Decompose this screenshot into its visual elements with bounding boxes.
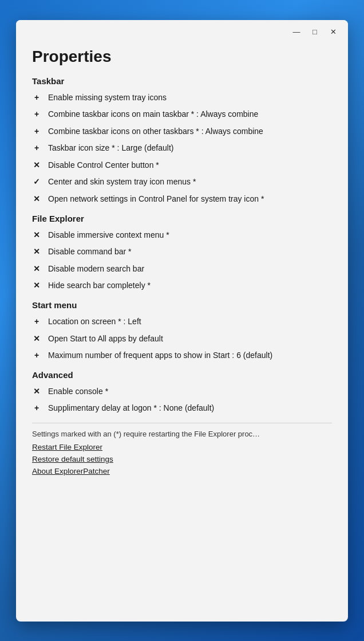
section-header-taskbar: Taskbar xyxy=(32,76,332,86)
setting-label: Enable console * xyxy=(48,386,108,398)
maximize-button[interactable]: □ xyxy=(307,26,323,38)
plus-icon: + xyxy=(32,127,41,136)
cross-icon: ✕ xyxy=(32,230,41,239)
cross-icon: ✕ xyxy=(32,387,41,396)
list-item[interactable]: ✕ Disable modern search bar xyxy=(32,261,332,278)
cross-icon: ✕ xyxy=(32,264,41,273)
plus-icon: + xyxy=(32,109,41,119)
minimize-button[interactable]: — xyxy=(288,26,304,38)
setting-label: Maximum number of frequent apps to show … xyxy=(48,350,272,361)
cross-icon: ✕ xyxy=(32,194,41,203)
cross-icon: ✕ xyxy=(32,334,41,343)
setting-label: Open Start to All apps by default xyxy=(48,333,163,345)
list-item[interactable]: ✓ Center and skin system tray icon menus… xyxy=(32,174,332,191)
setting-label: Hide search bar completely * xyxy=(48,280,151,292)
plus-icon: + xyxy=(32,143,41,152)
setting-label: Open network settings in Control Panel f… xyxy=(48,194,264,205)
setting-label: Disable command bar * xyxy=(48,246,132,258)
main-content: Properties Taskbar + Enable missing syst… xyxy=(16,41,348,622)
divider xyxy=(32,423,332,423)
setting-label: Taskbar icon size * : Large (default) xyxy=(48,143,173,154)
list-item[interactable]: ✕ Disable immersive context menu * xyxy=(32,227,332,244)
setting-label: Enable missing system tray icons xyxy=(48,92,167,104)
properties-window: — □ ✕ Properties Taskbar + Enable missin… xyxy=(16,20,348,622)
plus-icon: + xyxy=(32,93,41,102)
close-button[interactable]: ✕ xyxy=(325,26,341,38)
list-item[interactable]: + Combine taskbar icons on main taskbar … xyxy=(32,106,332,123)
list-item[interactable]: + Supplimentary delay at logon * : None … xyxy=(32,400,332,417)
setting-label: Disable modern search bar xyxy=(48,264,144,275)
section-header-start-menu: Start menu xyxy=(32,300,332,310)
list-item[interactable]: ✕ Enable console * xyxy=(32,383,332,400)
section-header-file-explorer: File Explorer xyxy=(32,214,332,223)
cross-icon: ✕ xyxy=(32,247,41,256)
setting-label: Supplimentary delay at logon * : None (d… xyxy=(48,403,214,414)
list-item[interactable]: ✕ Open Start to All apps by default xyxy=(32,331,332,348)
page-title: Properties xyxy=(32,48,332,66)
cross-icon: ✕ xyxy=(32,281,41,290)
list-item[interactable]: + Taskbar icon size * : Large (default) xyxy=(32,140,332,157)
restart-file-explorer-link[interactable]: Restart File Explorer xyxy=(32,443,332,451)
setting-label: Location on screen * : Left xyxy=(48,316,141,328)
cross-icon: ✕ xyxy=(32,160,41,170)
setting-label: Center and skin system tray icon menus * xyxy=(48,176,196,188)
check-icon: ✓ xyxy=(32,177,41,186)
list-item[interactable]: + Maximum number of frequent apps to sho… xyxy=(32,347,332,364)
list-item[interactable]: + Location on screen * : Left xyxy=(32,313,332,331)
restore-default-settings-link[interactable]: Restore default settings xyxy=(32,455,332,463)
plus-icon: + xyxy=(32,317,41,326)
list-item[interactable]: + Enable missing system tray icons xyxy=(32,89,332,107)
list-item[interactable]: ✕ Disable command bar * xyxy=(32,243,332,261)
setting-label: Combine taskbar icons on other taskbars … xyxy=(48,126,263,137)
plus-icon: + xyxy=(32,403,41,412)
list-item[interactable]: + Combine taskbar icons on other taskbar… xyxy=(32,123,332,140)
footer-note: Settings marked with an (*) require rest… xyxy=(32,429,332,439)
list-item[interactable]: ✕ Hide search bar completely * xyxy=(32,277,332,294)
about-explorer-patcher-link[interactable]: About ExplorerPatcher xyxy=(32,467,332,475)
list-item[interactable]: ✕ Disable Control Center button * xyxy=(32,157,332,174)
section-header-advanced: Advanced xyxy=(32,370,332,380)
list-item[interactable]: ✕ Open network settings in Control Panel… xyxy=(32,191,332,208)
title-bar: — □ ✕ xyxy=(16,20,348,41)
setting-label: Disable immersive context menu * xyxy=(48,230,169,241)
setting-label: Combine taskbar icons on main taskbar * … xyxy=(48,109,258,120)
setting-label: Disable Control Center button * xyxy=(48,160,159,171)
plus-icon: + xyxy=(32,351,41,360)
